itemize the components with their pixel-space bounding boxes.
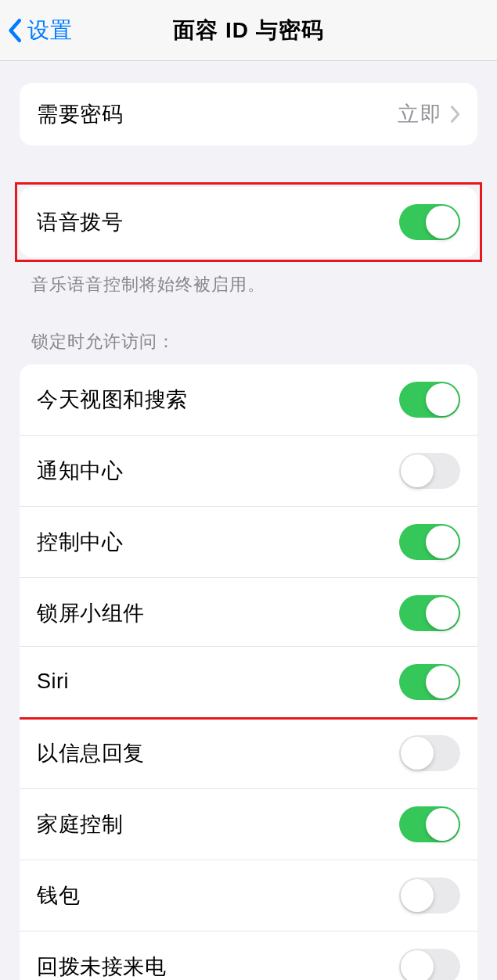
voice-dial-toggle[interactable]: [399, 204, 460, 240]
lock-access-toggle-siri[interactable]: [399, 664, 460, 700]
toggle-knob: [401, 879, 434, 912]
voice-dial-label: 语音拨号: [37, 208, 123, 236]
toggle-knob: [401, 950, 434, 980]
voice-dial-footer: 音乐语音控制将始终被启用。: [31, 273, 466, 297]
lock-access-row-control-center: 控制中心: [20, 506, 477, 577]
navigation-bar: 设置 面容 ID 与密码: [0, 0, 497, 61]
lock-access-row-wallet: 钱包: [20, 860, 477, 931]
lock-access-toggle-today-view[interactable]: [399, 382, 460, 418]
lock-access-toggle-lock-screen-widgets[interactable]: [399, 595, 460, 631]
lock-access-group: 今天视图和搜索通知中心控制中心锁屏小组件Siri以信息回复家庭控制钱包回拨未接来…: [20, 364, 477, 980]
lock-access-toggle-home-control[interactable]: [399, 806, 460, 842]
page-title: 面容 ID 与密码: [173, 16, 324, 45]
toggle-knob: [426, 526, 459, 558]
toggle-knob: [426, 206, 459, 239]
toggle-knob: [426, 808, 459, 841]
toggle-knob: [426, 597, 459, 630]
lock-access-row-home-control: 家庭控制: [20, 788, 477, 860]
require-passcode-value: 立即: [398, 100, 443, 128]
lock-access-row-notification-center: 通知中心: [20, 435, 477, 506]
lock-access-row-return-missed-calls: 回拨未接来电: [20, 931, 477, 980]
lock-access-row-siri: Siri: [20, 646, 477, 720]
toggle-knob: [426, 383, 459, 416]
require-passcode-label: 需要密码: [37, 100, 123, 128]
lock-access-toggle-reply-with-message[interactable]: [399, 735, 460, 771]
lock-access-label-control-center: 控制中心: [37, 528, 123, 556]
lock-access-label-lock-screen-widgets: 锁屏小组件: [37, 599, 145, 627]
lock-access-header: 锁定时允许访问：: [31, 330, 466, 354]
toggle-knob: [426, 666, 459, 698]
require-passcode-value-wrap: 立即: [398, 100, 460, 128]
lock-access-toggle-control-center[interactable]: [399, 524, 460, 560]
lock-access-toggle-return-missed-calls[interactable]: [399, 949, 460, 980]
chevron-left-icon: [8, 18, 23, 43]
voice-dial-row: 语音拨号: [20, 187, 477, 257]
toggle-knob: [401, 454, 434, 487]
lock-access-label-today-view: 今天视图和搜索: [37, 386, 188, 414]
lock-access-row-reply-with-message: 以信息回复: [20, 717, 477, 788]
lock-access-label-return-missed-calls: 回拨未接来电: [37, 953, 166, 980]
lock-access-toggle-wallet[interactable]: [399, 878, 460, 914]
lock-access-row-today-view: 今天视图和搜索: [20, 364, 477, 435]
toggle-knob: [401, 737, 434, 770]
require-passcode-row[interactable]: 需要密码 立即: [20, 83, 477, 145]
voice-dial-group: 语音拨号: [20, 187, 477, 257]
back-label: 设置: [27, 16, 73, 45]
lock-access-label-reply-with-message: 以信息回复: [37, 739, 145, 767]
back-button[interactable]: 设置: [8, 16, 73, 45]
chevron-right-icon: [449, 105, 460, 124]
voice-dial-highlight: 语音拨号: [15, 182, 482, 262]
lock-access-label-siri: Siri: [37, 669, 69, 694]
lock-access-toggle-notification-center[interactable]: [399, 453, 460, 489]
lock-access-row-lock-screen-widgets: 锁屏小组件: [20, 577, 477, 648]
require-passcode-group: 需要密码 立即: [20, 83, 477, 145]
lock-access-label-notification-center: 通知中心: [37, 457, 123, 485]
lock-access-label-wallet: 钱包: [37, 881, 80, 910]
lock-access-label-home-control: 家庭控制: [37, 810, 123, 838]
